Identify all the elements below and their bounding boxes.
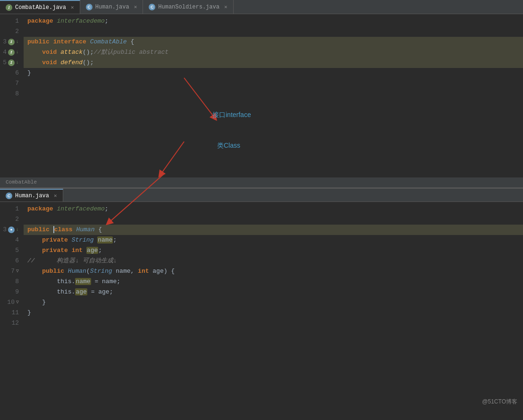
top-editor: 1 2 3 I ↓ 4 I ↓ 5 I ↓ 6 7 8 packa [0,14,523,189]
gutter-icon-b3: ● [8,227,15,233]
gutter-arrow-b3: ↓ [16,225,19,235]
line-num-5: 5 I ↓ [0,58,19,68]
b-line-num-5: 5 [0,245,19,256]
tab-label-combatable: CombatAble.java [15,4,66,11]
b-code-line-2 [24,214,523,225]
tab-close-human[interactable]: ✕ [134,4,137,10]
line-num-8: 8 [0,89,19,99]
tab-icon-combatable: I [6,4,12,11]
line-num-3: 3 I ↓ [0,37,19,47]
tab-close-humansoldiers[interactable]: ✕ [224,4,228,10]
code-line-top-8 [24,89,523,99]
code-line-top-6: } [24,68,523,78]
tab-label-human-bottom: Human.java [15,193,49,199]
tab-icon-human-bottom: C [6,193,12,199]
code-line-top-4: void attack();//默认public abstract [24,47,523,58]
tab-humansoldiers[interactable]: C HumanSoldiers.java ✕ [143,0,233,14]
line-num-4: 4 I ↓ [0,47,19,58]
top-line-numbers: 1 2 3 I ↓ 4 I ↓ 5 I ↓ 6 7 8 [0,14,24,177]
top-code-content[interactable]: package interfacedemo; public interface … [24,14,523,177]
gutter-collapse-7: ▽ [16,266,19,277]
line-num-7: 7 [0,78,19,89]
tab-close-combatable[interactable]: ✕ [71,4,74,10]
tab-label-human: Human.java [95,4,129,10]
gutter-arrow-3: ↓ [16,37,19,47]
b-line-num-6: 6 [0,256,19,266]
bottom-line-numbers: 1 2 3 ● ↓ 4 5 6 7 ▽ 8 9 10 ▽ 11 12 [0,202,24,410]
b-line-num-1: 1 [0,204,19,214]
gutter-icon-5: I [8,59,15,66]
line-num-6: 6 [0,68,19,78]
b-code-line-9: this.age = age; [24,287,523,297]
code-line-top-3: public interface CombatAble { [24,37,523,47]
b-code-line-7: public Human(String name, int age) { [24,266,523,277]
b-line-num-11: 11 [0,308,19,318]
tab-icon-human: C [86,4,93,10]
tab-human[interactable]: C Human.java ✕ [80,0,143,14]
b-line-num-7: 7 ▽ [0,266,19,277]
tab-close-human-bottom[interactable]: ✕ [54,193,57,199]
b-code-line-4: private String name; [24,235,523,245]
watermark: @51CTO博客 [482,398,517,406]
top-breadcrumb: CombatAble [0,177,523,188]
b-line-num-10: 10 ▽ [0,297,19,308]
b-code-line-3: public class Human { [24,225,523,235]
line-num-1: 1 [0,16,19,26]
gutter-collapse-10: ▽ [16,297,19,308]
top-tab-bar: I CombatAble.java ✕ C Human.java ✕ C Hum… [0,0,523,14]
code-line-top-1: package interfacedemo; [24,16,523,26]
b-code-line-8: this.name = name; [24,277,523,287]
b-line-num-8: 8 [0,277,19,287]
gutter-arrow-5: ↓ [16,58,19,68]
code-line-top-7 [24,78,523,89]
b-code-line-12 [24,318,523,328]
bottom-tab-bar: C Human.java ✕ [0,189,523,202]
b-line-num-4: 4 [0,235,19,245]
gutter-arrow-4: ↓ [16,47,19,58]
b-code-line-6: // 构造器↓ 可自动生成↓ [24,256,523,266]
code-line-top-5: void defend(); [24,58,523,68]
tab-icon-humansoldiers: C [149,4,155,10]
bottom-editor: 1 2 3 ● ↓ 4 5 6 7 ▽ 8 9 10 ▽ 11 12 [0,202,523,410]
b-line-num-2: 2 [0,214,19,225]
tab-label-humansoldiers: HumanSoldiers.java [158,4,219,10]
b-code-line-11: } [24,308,523,318]
b-code-line-5: private int age; [24,245,523,256]
line-num-2: 2 [0,26,19,37]
breadcrumb-text: CombatAble [6,179,37,185]
code-line-top-2 [24,26,523,37]
gutter-icon-3: I [8,39,15,45]
b-code-line-10: } [24,297,523,308]
b-code-line-1: package interfacedemo; [24,204,523,214]
bottom-code-content[interactable]: package interfacedemo; public class Huma… [24,202,523,410]
tab-human-bottom[interactable]: C Human.java ✕ [0,189,63,202]
gutter-icon-4: I [8,49,15,56]
tab-combatable[interactable]: I CombatAble.java ✕ [0,0,80,14]
b-line-num-9: 9 [0,287,19,297]
b-line-num-12: 12 [0,318,19,328]
b-line-num-3: 3 ● ↓ [0,225,19,235]
